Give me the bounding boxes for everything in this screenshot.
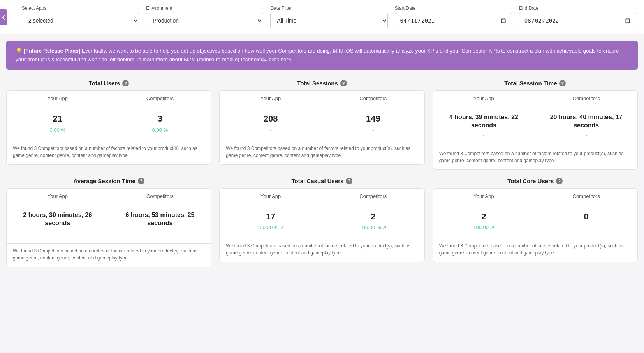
total-session-time-competitors-value: 20 hours, 40 minutes, 17 seconds xyxy=(541,113,631,130)
total-casual-users-footer: We found 3 Competitors based on a number… xyxy=(220,238,424,262)
avg-session-time-your-app-value: 2 hours, 30 minutes, 26 seconds xyxy=(13,211,102,228)
total-casual-users-competitors-value: 2 xyxy=(328,211,418,222)
total-users-help-icon[interactable]: ? xyxy=(122,80,129,86)
environment-filter: Environment Production Staging Developme… xyxy=(146,5,263,28)
avg-session-time-help-icon[interactable]: ? xyxy=(138,178,144,184)
total-core-users-title: Total Core Users ? xyxy=(433,178,638,184)
environment-label: Environment xyxy=(146,5,263,11)
avg-session-time-competitors-sub: - xyxy=(115,229,205,235)
start-date-label: Start Date xyxy=(395,5,512,11)
total-users-your-app-header: Your App xyxy=(7,91,109,106)
avg-session-time-section: Average Session Time ? Your App Competit… xyxy=(6,178,211,268)
total-sessions-header: Your App Competitors xyxy=(220,91,424,106)
total-users-competitors-sub: 0.00 % xyxy=(115,127,205,133)
select-apps-filter: Select Apps 2 selected xyxy=(22,5,139,28)
total-sessions-values: 208 - 149 - xyxy=(220,106,424,141)
total-session-time-footer: We found 3 Competitors based on a number… xyxy=(433,146,637,169)
avg-session-time-your-app-sub: - xyxy=(13,229,102,235)
start-date-filter: Start Date xyxy=(395,5,512,28)
total-casual-users-competitors-sub: 100.00 % ↗ xyxy=(328,224,418,230)
total-sessions-card: Your App Competitors 208 - 149 - We foun… xyxy=(219,90,424,165)
total-casual-users-your-app-value: 17 xyxy=(226,211,315,222)
total-session-time-your-app-header: Your App xyxy=(433,91,535,106)
total-session-time-competitors-header: Competitors xyxy=(535,91,637,106)
total-core-users-card: Your App Competitors 2 100.00 ↗ 0 - We f… xyxy=(433,188,638,263)
avg-session-time-your-app-header: Your App xyxy=(7,189,109,204)
total-core-users-footer: We found 3 Competitors based on a number… xyxy=(433,238,637,262)
banner-link[interactable]: here xyxy=(280,56,291,62)
total-sessions-your-app-header: Your App xyxy=(220,91,322,106)
total-core-users-help-icon[interactable]: ? xyxy=(556,178,563,184)
total-users-competitors-value: 3 xyxy=(115,113,205,125)
total-users-competitors-cell: 3 0.00 % xyxy=(109,106,211,141)
avg-session-time-header: Your App Competitors xyxy=(7,189,211,204)
total-sessions-your-app-sub: - xyxy=(226,127,315,133)
total-sessions-your-app-cell: 208 - xyxy=(220,106,322,141)
total-session-time-competitors-cell: 20 hours, 40 minutes, 17 seconds - xyxy=(535,106,637,146)
total-sessions-footer: We found 3 Competitors based on a number… xyxy=(220,141,424,164)
total-core-users-your-app-sub: 100.00 ↗ xyxy=(439,224,529,230)
total-users-values: 21 0.00 % 3 0.00 % xyxy=(7,106,211,141)
avg-session-time-competitors-cell: 6 hours, 53 minutes, 25 seconds - xyxy=(109,204,211,244)
avg-session-time-footer: We found 3 Competitors based on a number… xyxy=(7,244,211,267)
total-casual-users-help-icon[interactable]: ? xyxy=(346,178,352,184)
total-core-users-competitors-value: 0 xyxy=(541,211,631,222)
total-session-time-help-icon[interactable]: ? xyxy=(559,80,566,86)
environment-select[interactable]: Production Staging Development xyxy=(146,13,263,28)
avg-session-time-competitors-value: 6 hours, 53 minutes, 25 seconds xyxy=(115,211,205,228)
total-core-users-section: Total Core Users ? Your App Competitors … xyxy=(433,178,638,268)
date-filter-label: Date Filter xyxy=(270,5,387,11)
bulb-icon: 💡 xyxy=(16,48,22,54)
total-session-time-title: Total Session Time ? xyxy=(433,80,638,86)
total-casual-users-your-app-sub: 100.00 % ↗ xyxy=(226,224,315,230)
total-core-users-values: 2 100.00 ↗ 0 - xyxy=(433,204,637,239)
total-session-time-header: Your App Competitors xyxy=(433,91,637,106)
total-core-users-competitors-sub: - xyxy=(541,224,631,230)
avg-session-time-title: Average Session Time ? xyxy=(6,178,211,184)
avg-session-time-values: 2 hours, 30 minutes, 26 seconds - 6 hour… xyxy=(7,204,211,244)
metrics-row-2: Average Session Time ? Your App Competit… xyxy=(6,178,638,268)
total-users-your-app-cell: 21 0.00 % xyxy=(7,106,109,141)
total-core-users-your-app-cell: 2 100.00 ↗ xyxy=(433,204,535,238)
top-bar: ❮ Select Apps 2 selected Environment Pro… xyxy=(0,0,644,34)
total-session-time-your-app-sub: - xyxy=(439,132,529,138)
total-core-users-competitors-header: Competitors xyxy=(535,189,637,204)
total-sessions-help-icon[interactable]: ? xyxy=(340,80,347,86)
select-apps-select[interactable]: 2 selected xyxy=(22,13,139,28)
date-filter-select[interactable]: All Time Last 7 Days Last 30 Days Custom xyxy=(270,13,387,28)
end-date-input[interactable] xyxy=(519,13,636,28)
date-filter-filter: Date Filter All Time Last 7 Days Last 30… xyxy=(270,5,387,28)
total-sessions-competitors-sub: - xyxy=(328,127,418,133)
select-apps-label: Select Apps xyxy=(22,5,139,11)
total-users-card: Your App Competitors 21 0.00 % 3 0.00 % … xyxy=(6,90,211,165)
total-casual-users-your-app-cell: 17 100.00 % ↗ xyxy=(220,204,322,238)
total-casual-users-section: Total Casual Users ? Your App Competitor… xyxy=(219,178,424,268)
total-users-footer: We found 3 Competitors based on a number… xyxy=(7,141,211,164)
total-session-time-card: Your App Competitors 4 hours, 39 minutes… xyxy=(433,90,638,170)
total-sessions-competitors-cell: 149 - xyxy=(322,106,424,141)
main-content: Total Users ? Your App Competitors 21 0.… xyxy=(0,76,644,283)
total-casual-users-your-app-header: Your App xyxy=(220,189,322,204)
total-core-users-your-app-value: 2 xyxy=(439,211,529,222)
total-casual-users-header: Your App Competitors xyxy=(220,189,424,204)
total-users-your-app-value: 21 xyxy=(13,113,102,125)
total-session-time-values: 4 hours, 39 minutes, 22 seconds - 20 hou… xyxy=(433,106,637,146)
banner-body: Eventually, we want to be able to help y… xyxy=(16,48,619,62)
total-users-section: Total Users ? Your App Competitors 21 0.… xyxy=(6,80,211,170)
avg-session-time-your-app-cell: 2 hours, 30 minutes, 26 seconds - xyxy=(7,204,109,244)
end-date-filter: End Date xyxy=(519,5,636,28)
end-date-label: End Date xyxy=(519,5,636,11)
total-casual-users-title: Total Casual Users ? xyxy=(219,178,424,184)
collapse-button[interactable]: ❮ xyxy=(0,9,7,25)
total-users-your-app-sub: 0.00 % xyxy=(13,127,102,133)
total-sessions-competitors-header: Competitors xyxy=(322,91,424,106)
total-users-competitors-header: Competitors xyxy=(109,91,211,106)
start-date-input[interactable] xyxy=(395,13,512,28)
avg-session-time-card: Your App Competitors 2 hours, 30 minutes… xyxy=(6,188,211,268)
total-sessions-competitors-value: 149 xyxy=(328,113,418,125)
total-core-users-header: Your App Competitors xyxy=(433,189,637,204)
total-session-time-your-app-cell: 4 hours, 39 minutes, 22 seconds - xyxy=(433,106,535,146)
total-users-header: Your App Competitors xyxy=(7,91,211,106)
banner-bold: [Future Release Plans] xyxy=(24,48,81,54)
total-core-users-your-app-header: Your App xyxy=(433,189,535,204)
